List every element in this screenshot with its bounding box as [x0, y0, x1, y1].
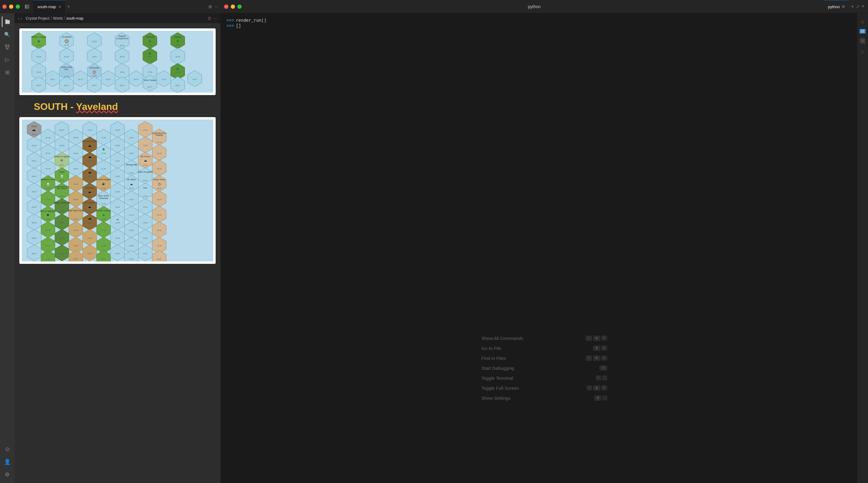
- svg-text:King's Keep: King's Keep: [153, 179, 165, 181]
- terminal-line-2: >>> []: [226, 24, 862, 28]
- cmd-show-settings[interactable]: Show Settings ⌘ ,: [478, 393, 611, 403]
- cmd-start-debugging[interactable]: Start Debugging F5: [478, 363, 611, 373]
- svg-text:23.26: 23.26: [92, 74, 97, 77]
- overflow-icon[interactable]: ···: [214, 16, 217, 21]
- more-actions-icon[interactable]: ···: [214, 4, 218, 9]
- svg-text:Dim Plains: Dim Plains: [57, 188, 67, 190]
- svg-text:27.25: 27.25: [148, 44, 153, 46]
- explorer-icon[interactable]: [2, 16, 13, 27]
- svg-text:15.25: 15.25: [157, 229, 162, 231]
- svg-text:Strange Ally: Strange Ally: [126, 164, 137, 166]
- right-close-button[interactable]: [224, 4, 228, 9]
- prompt-2: >>>: [226, 24, 234, 28]
- new-tab-button[interactable]: +: [851, 4, 854, 9]
- svg-text:12.22: 12.22: [115, 175, 120, 177]
- right-maximize-button[interactable]: [238, 4, 242, 9]
- tab-south-map[interactable]: south-map ✕: [33, 0, 66, 13]
- svg-text:06.24: 06.24: [32, 206, 36, 208]
- svg-text:15.22: 15.22: [157, 187, 162, 189]
- maximize-icon[interactable]: ⤢: [856, 4, 860, 9]
- close-button[interactable]: [2, 4, 7, 9]
- svg-text:08.20: 08.20: [60, 144, 64, 146]
- svg-text:Gulm: Gulm: [129, 213, 133, 214]
- cmd-go-to-file[interactable]: Go to File ⌘ P: [478, 343, 611, 353]
- split-editor-icon[interactable]: ⊞: [208, 4, 212, 9]
- svg-text:09.26: 09.26: [73, 245, 78, 247]
- svg-text:Death Swamp: Death Swamp: [97, 209, 111, 212]
- svg-text:Moor of the: Moor of the: [98, 194, 109, 197]
- svg-text:12.26: 12.26: [115, 237, 120, 239]
- minimize-button[interactable]: [9, 4, 13, 9]
- svg-text:Ancient Heights: Ancient Heights: [96, 179, 111, 181]
- prompt-1: >>>: [226, 18, 234, 23]
- svg-text:Silver Sweep: Silver Sweep: [144, 79, 156, 82]
- north-hex-map: IANIEL's Copse 19.25 🌲 20.26 19.26: [19, 28, 216, 95]
- cmd-shortcut-show-all: ⇧ ⌘ P: [586, 336, 607, 341]
- extensions-icon[interactable]: ⊞: [2, 67, 13, 78]
- svg-text:29.27: 29.27: [192, 78, 197, 80]
- tab-close-button[interactable]: ✕: [58, 5, 61, 9]
- north-map-svg: IANIEL's Copse 19.25 🌲 20.26 19.26: [22, 31, 213, 93]
- maximize-button[interactable]: [16, 4, 20, 9]
- svg-text:🌲: 🌲: [37, 39, 41, 43]
- cmd-toggle-terminal[interactable]: Toggle Terminal ^ `: [478, 373, 611, 383]
- section-title-highlight: Yaveland: [76, 101, 118, 112]
- svg-text:06.20: 06.20: [32, 144, 36, 146]
- tab-label: south-map: [37, 4, 56, 9]
- svg-text:24.27: 24.27: [92, 84, 97, 86]
- svg-text:🌲: 🌲: [148, 51, 152, 55]
- svg-text:⛰: ⛰: [88, 205, 91, 208]
- svg-text:22.26: 22.26: [64, 56, 69, 58]
- svg-text:08.21: 08.21: [60, 164, 64, 166]
- breadcrumb-project[interactable]: Crystal Project: [26, 16, 49, 21]
- new-tab-button[interactable]: +: [67, 4, 70, 9]
- python-tab[interactable]: python ⌘: [825, 0, 849, 13]
- close-panel-icon[interactable]: ✕: [861, 4, 864, 9]
- svg-text:🌲: 🌲: [176, 39, 180, 43]
- cmd-show-all-commands[interactable]: Show All Commands ⇧ ⌘ P: [478, 333, 611, 343]
- cmd-find-in-files[interactable]: Find in Files ⇧ ⌘ F: [478, 353, 611, 363]
- account-icon[interactable]: 👤: [2, 456, 13, 467]
- svg-text:06.26: 06.26: [32, 237, 36, 239]
- back-button[interactable]: ‹: [18, 16, 20, 21]
- svg-text:11.25: 11.25: [101, 229, 106, 231]
- svg-text:10.21: 10.21: [87, 160, 92, 162]
- svg-text:14.20: 14.20: [143, 144, 148, 146]
- svg-text:🏛: 🏛: [47, 214, 49, 217]
- svg-text:10.26: 10.26: [87, 237, 92, 239]
- svg-text:Zoma: Zoma: [59, 170, 65, 173]
- svg-text:28.27: 28.27: [148, 86, 153, 88]
- split-view-icon[interactable]: ⊡: [208, 16, 211, 21]
- svg-text:10.23: 10.23: [87, 195, 92, 197]
- svg-text:15.19: 15.19: [157, 141, 162, 143]
- debug-icon[interactable]: ▷: [2, 54, 13, 65]
- settings-icon[interactable]: ⚙: [2, 469, 13, 480]
- remote-icon[interactable]: ⊙: [2, 444, 13, 455]
- breadcrumb-world[interactable]: World: [53, 16, 63, 21]
- svg-text:27.26: 27.26: [148, 71, 153, 73]
- search-icon[interactable]: 🔍: [2, 29, 13, 40]
- cmd-label-toggle-terminal: Toggle Terminal: [482, 376, 513, 381]
- forward-button[interactable]: ›: [21, 16, 22, 21]
- source-control-icon[interactable]: [2, 42, 13, 53]
- section-title-wrapper: SOUTH - Yaveland: [19, 101, 216, 112]
- right-minimize-button[interactable]: [231, 4, 235, 9]
- svg-text:11.27: 11.27: [101, 258, 106, 260]
- svg-text:09.23: 09.23: [73, 198, 78, 200]
- svg-text:15.24: 15.24: [157, 214, 162, 216]
- svg-text:14.21: 14.21: [143, 164, 148, 166]
- cmd-toggle-fullscreen[interactable]: Toggle Full Screen ^ ⌘ F: [478, 383, 611, 393]
- south-map-svg: Pisco 06.19 🏘 07.19 08.19 09.19: [22, 120, 213, 261]
- svg-text:15.26: 15.26: [157, 245, 162, 247]
- svg-text:Grenoville: Grenoville: [89, 67, 99, 69]
- svg-text:⛰: ⛰: [130, 183, 132, 185]
- cmd-label-go-to-file: Go to File: [482, 346, 501, 351]
- svg-text:07.25: 07.25: [45, 229, 51, 231]
- svg-text:06.25: 06.25: [32, 221, 36, 223]
- sidebar-toggle[interactable]: [24, 3, 31, 10]
- breadcrumb-file[interactable]: south-map: [66, 16, 83, 21]
- tab-bar: south-map ✕ + ⊞ ···: [0, 0, 220, 13]
- svg-text:Fez: Fez: [144, 187, 147, 189]
- cmd-shortcut-find-in-files: ⇧ ⌘ F: [586, 356, 607, 361]
- svg-rect-1: [27, 4, 29, 9]
